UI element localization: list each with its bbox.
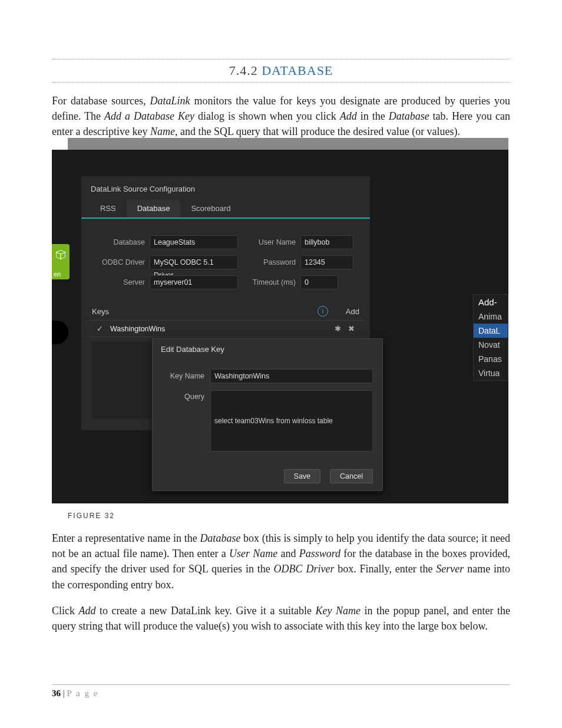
- gear-icon[interactable]: ✱: [335, 324, 341, 333]
- input-server[interactable]: myserver01: [150, 275, 238, 289]
- info-icon[interactable]: i: [318, 306, 328, 317]
- tab-rss[interactable]: RSS: [90, 199, 127, 218]
- keys-label: Keys: [92, 307, 109, 316]
- cable-stub: [52, 321, 68, 344]
- figure-screenshot: en DataLink Source Configuration RSS Dat…: [52, 150, 508, 503]
- dialog-title: DataLink Source Configuration: [81, 176, 370, 199]
- label-timeout: Timeout (ms): [243, 278, 296, 286]
- side-list-item[interactable]: Anima: [474, 309, 508, 324]
- label-query: Query: [162, 390, 204, 401]
- save-button[interactable]: Save: [284, 469, 321, 483]
- label-database: Database: [92, 238, 145, 246]
- titlebar-grey: [68, 138, 508, 150]
- remove-icon[interactable]: ✖: [348, 324, 355, 333]
- side-green-tab: en: [52, 244, 70, 279]
- input-query[interactable]: select team03Wins from winloss table: [210, 390, 373, 452]
- page-label: P a g e: [67, 689, 99, 698]
- section-rule-bottom: [52, 82, 510, 83]
- input-username[interactable]: billybob: [300, 235, 353, 249]
- label-username: User Name: [243, 238, 296, 246]
- figure-caption: FIGURE 32: [68, 512, 510, 520]
- side-list-item[interactable]: Novat: [474, 338, 508, 352]
- section-title: DATABASE: [262, 63, 333, 78]
- edit-dialog-title: Edit Database Key: [153, 339, 382, 360]
- label-password: Password: [243, 258, 296, 266]
- paragraph-2: Enter a representative name in the Datab…: [52, 531, 510, 592]
- input-timeout[interactable]: 0: [300, 275, 338, 289]
- section-heading: 7.4.2 DATABASE: [52, 60, 510, 82]
- label-server: Server: [92, 278, 145, 286]
- package-icon: [55, 249, 67, 261]
- side-list-item[interactable]: Panas: [474, 352, 508, 366]
- key-row[interactable]: ✓ WashingtonWins ✱ ✖: [86, 320, 365, 337]
- input-password[interactable]: 12345: [300, 255, 353, 269]
- side-addon-list: Add- Anima DataL Novat Panas Virtua: [473, 294, 508, 381]
- footer-sep: |: [61, 689, 67, 698]
- paragraph-3: Click Add to create a new DataLink key. …: [52, 603, 510, 634]
- side-list-header: Add-: [474, 295, 508, 309]
- green-tab-label: en: [54, 271, 61, 278]
- tab-scoreboard[interactable]: Scoreboard: [180, 199, 241, 218]
- section-number: 7.4.2: [229, 63, 258, 78]
- dialog-edit-database-key: Edit Database Key Key Name WashingtonWin…: [152, 338, 383, 491]
- add-key-button[interactable]: Add: [346, 307, 359, 316]
- cancel-button[interactable]: Cancel: [330, 469, 373, 483]
- tab-bar: RSS Database Scoreboard: [81, 199, 370, 219]
- label-key-name: Key Name: [162, 372, 204, 380]
- side-list-item-selected[interactable]: DataL: [474, 324, 508, 338]
- label-odbc: ODBC Driver: [92, 258, 145, 266]
- side-list-item[interactable]: Virtua: [474, 366, 508, 380]
- intro-paragraph: For database sources, DataLink monitors …: [52, 93, 510, 139]
- page-footer: 36 | P a g e: [52, 684, 510, 699]
- input-key-name[interactable]: WashingtonWins: [210, 369, 373, 383]
- key-row-label: WashingtonWins: [110, 325, 165, 333]
- check-icon: ✓: [97, 324, 103, 333]
- input-odbc[interactable]: MySQL ODBC 5.1 Driver: [150, 255, 238, 269]
- input-database[interactable]: LeagueStats: [150, 235, 238, 249]
- tab-database[interactable]: Database: [127, 199, 181, 218]
- page-number: 36: [52, 689, 61, 698]
